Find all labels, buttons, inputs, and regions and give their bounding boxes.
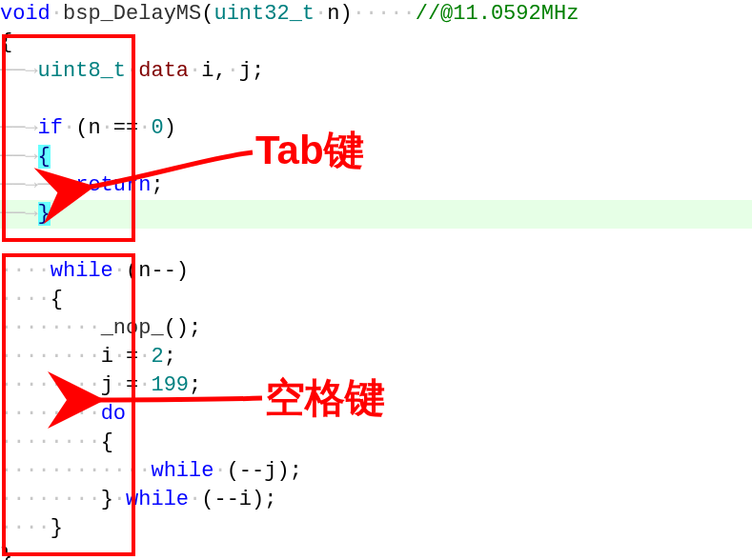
- semi: ;: [164, 345, 176, 369]
- comment: //@11.0592MHz: [416, 2, 579, 26]
- tab-indent-box: [2, 34, 135, 242]
- paren: (: [227, 459, 239, 483]
- num: 2: [151, 345, 163, 369]
- expr: --j: [239, 459, 277, 483]
- kw-data: data: [138, 59, 189, 83]
- ws: ·: [51, 2, 63, 26]
- kw-while: while: [151, 459, 213, 483]
- semi: ;: [264, 488, 276, 511]
- paren: (: [201, 488, 213, 511]
- semi: ;: [189, 316, 201, 340]
- paren: ): [176, 259, 189, 283]
- paren: ): [164, 116, 176, 140]
- expr: n--: [138, 259, 176, 283]
- ws: ·: [315, 2, 327, 26]
- paren: ): [339, 2, 352, 26]
- paren: (: [164, 316, 176, 340]
- expr: --i: [213, 488, 252, 511]
- ws: ·: [138, 373, 151, 397]
- ws: ·····: [353, 2, 416, 26]
- ws: ·: [189, 59, 201, 83]
- semi: ;: [290, 459, 302, 483]
- semi: ;: [151, 173, 163, 197]
- paren: ): [252, 488, 264, 511]
- paren: (: [201, 2, 213, 26]
- param: n: [327, 2, 339, 26]
- space-key-label: 空格键: [265, 371, 385, 425]
- paren: ): [176, 316, 189, 340]
- kw-void: void: [0, 2, 51, 26]
- semi: ;: [189, 373, 201, 397]
- num: 199: [151, 373, 189, 397]
- ws: ·: [138, 345, 151, 369]
- ws: ·: [138, 116, 151, 140]
- var: i,: [201, 59, 226, 83]
- ws: ·: [189, 488, 201, 511]
- type-uint32: uint32_t: [213, 2, 315, 26]
- ws: ·: [213, 459, 226, 483]
- paren: ): [276, 459, 289, 483]
- fn-name: bsp_DelayMS: [63, 2, 201, 26]
- space-indent-box: [2, 253, 135, 556]
- ws: ·: [227, 59, 239, 83]
- var: j;: [239, 59, 264, 83]
- num: 0: [151, 116, 163, 140]
- tab-key-label: Tab键: [255, 124, 364, 177]
